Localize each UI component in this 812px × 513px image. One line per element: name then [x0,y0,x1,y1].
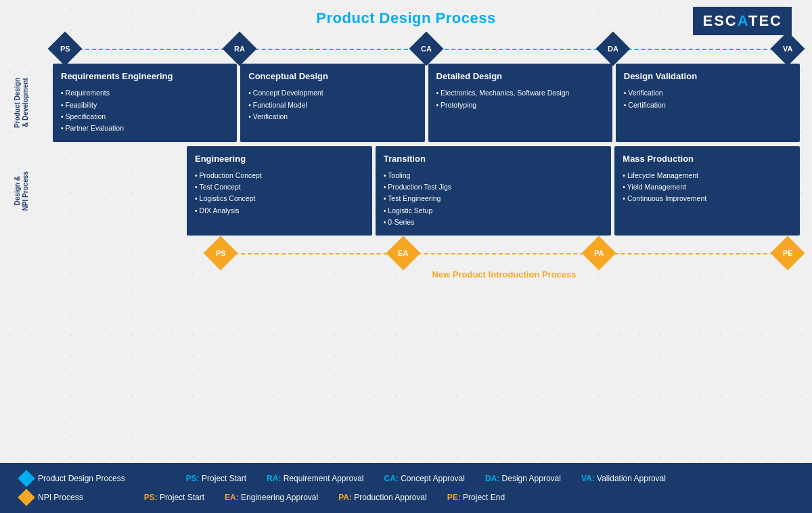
abbr-RA: RA: Requirement Approval [267,474,363,483]
list-item: DfX Analysis [195,205,364,217]
npi-timeline-line [221,253,788,254]
npi-diamond-shape-PA: PA [581,236,616,271]
list-item: Concept Development [248,87,416,99]
list-item: Continuous Improvement [623,193,792,204]
box-list-validation: Verification Certification [624,87,792,111]
top-timeline: PS RA CA DA VA [53,34,800,64]
list-item: Test Engineering [384,193,604,204]
box-requirements-engineering: Requirements Engineering Requirements Fe… [53,64,237,142]
legend-orange-label: NPI Process [38,493,83,502]
npi-diamond-PA: PA [587,241,611,265]
box-title-transition: Transition [384,154,604,164]
npi-diamond-label-EA: EA [399,249,409,257]
page-title: Product Design Process [316,9,495,27]
abbr-PE: PE: Project End [447,493,505,502]
npi-diamond-shape-PE: PE [771,236,805,271]
box-list-mass-production: Lifecycle Management Yield Management Co… [623,170,792,205]
list-item: 0-Series [384,217,604,228]
npi-diamond-label-PE: PE [783,249,793,257]
box-title-validation: Design Validation [624,71,792,82]
npi-process-label: New Product Introduction Process [208,268,800,280]
npi-diamond-shape-EA: EA [386,236,421,271]
bottom-section: Design &NPI Process Engineering Producti… [12,146,800,236]
top-side-label: Product Design& Development [14,78,30,128]
npi-diamond-label-PA: PA [594,249,604,257]
list-item: Prototyping [436,99,604,111]
diamond-CA: CA [414,37,438,61]
abbr-PA: PA: Production Approval [338,493,427,502]
list-item: Lifecycle Management [623,170,792,181]
list-item: Electronics, Mechanics, Software Design [436,87,604,99]
list-item: Certification [624,99,792,111]
header: Product Design Process [0,0,812,34]
diamond-shape-CA: CA [409,32,444,66]
top-boxes: Requirements Engineering Requirements Fe… [53,64,800,142]
diamond-shape-DA: DA [596,32,631,66]
footer-legend: Product Design Process PS: Project Start… [0,463,812,513]
bottom-boxes: Engineering Production Concept Test Conc… [187,146,800,236]
list-item: Production Concept [195,170,364,181]
list-item: Yield Management [623,181,792,193]
abbr-PS-top: PS: Project Start [186,474,246,483]
bottom-side-label: Design &NPI Process [14,171,30,210]
box-transition: Transition Tooling Production Test Jigs … [376,146,612,236]
diamond-PS: PS [53,37,77,61]
diagram-area: PS RA CA DA VA Product Design& Developme… [0,34,812,463]
box-mass-production: Mass Production Lifecycle Management Yie… [614,146,800,236]
list-item: Partner Evaluation [61,122,229,134]
box-list-detailed: Electronics, Mechanics, Software Design … [436,87,604,111]
bottom-offset [31,146,183,236]
diamond-label-DA: DA [608,45,618,53]
abbr-CA: CA: Concept Approval [384,474,465,483]
box-list-engineering: Production Concept Test Concept Logistic… [195,170,364,217]
diamond-shape-VA: VA [771,32,805,66]
diamond-label-VA: VA [783,45,792,53]
main-container: ESCATEC Product Design Process PS RA CA … [0,0,812,513]
list-item: Verification [624,87,792,99]
list-item: Feasibility [61,99,229,111]
box-list-requirements: Requirements Feasibility Specification P… [61,87,229,134]
npi-diamond-EA: EA [391,241,415,265]
list-item: Specification [61,111,229,122]
diamond-VA: VA [775,37,800,61]
box-design-validation: Design Validation Verification Certifica… [616,64,800,142]
list-item: Tooling [384,170,604,181]
top-side-label-container: Product Design& Development [12,64,31,142]
abbr-EA: EA: Engineering Approval [225,493,318,502]
legend-blue-item: Product Design Process [20,472,125,485]
list-item: Verification [248,111,416,122]
diamond-shape-PS: PS [48,32,83,66]
npi-diamond-PE: PE [775,241,800,265]
legend-orange-item: NPI Process [20,491,83,504]
box-title-mass-production: Mass Production [623,154,792,164]
list-item: Production Test Jigs [384,181,604,193]
npi-diamond-shape-PS: PS [204,236,238,271]
box-conceptual-design: Conceptual Design Concept Development Fu… [240,64,424,142]
box-title-engineering: Engineering [195,154,364,164]
list-item: Functional Model [248,99,416,111]
box-detailed-design: Detailed Design Electronics, Mechanics, … [428,64,612,142]
npi-timeline: PS EA PA PE [208,238,800,268]
box-engineering: Engineering Production Concept Test Conc… [187,146,372,236]
legend-blue-diamond [18,470,35,487]
diamond-RA: RA [227,37,252,61]
diamond-DA: DA [601,37,625,61]
legend-blue-label: Product Design Process [38,474,125,483]
legend-orange-diamond [18,489,35,506]
npi-diamond-PS: PS [208,241,233,265]
box-title-conceptual: Conceptual Design [248,71,416,82]
box-list-transition: Tooling Production Test Jigs Test Engine… [384,170,604,229]
list-item: Requirements [61,87,229,99]
box-title-requirements: Requirements Engineering [61,71,229,82]
abbr-DA: DA: Design Approval [485,474,561,483]
list-item: Logistics Concept [195,193,364,204]
footer-row-2: NPI Process PS: Project Start EA: Engine… [20,491,792,504]
npi-diamond-label-PS: PS [216,249,226,257]
box-list-conceptual: Concept Development Functional Model Ver… [248,87,416,122]
abbr-VA: VA: Validation Approval [581,474,666,483]
top-section: Product Design& Development Requirements… [12,64,800,142]
diamond-label-CA: CA [421,45,432,53]
diamond-label-PS: PS [60,45,70,53]
box-title-detailed: Detailed Design [436,71,604,82]
diamond-label-RA: RA [234,45,245,53]
